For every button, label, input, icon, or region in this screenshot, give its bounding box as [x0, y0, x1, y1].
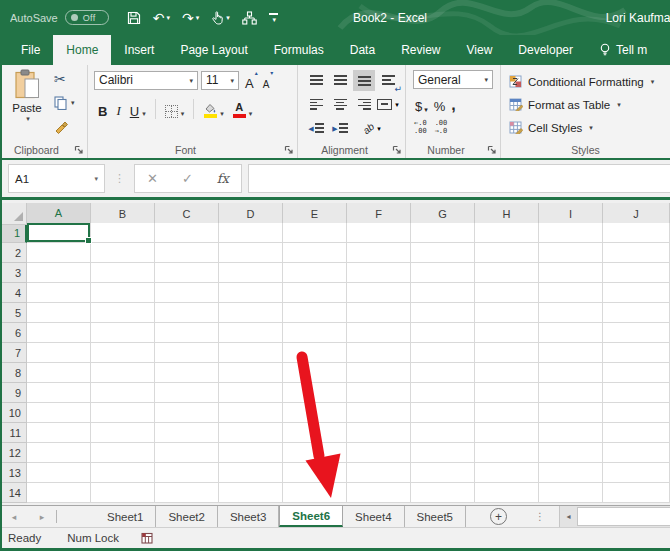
cell-styles-caret[interactable] [587, 124, 593, 131]
cell-C6[interactable] [155, 323, 219, 343]
row-header-9[interactable]: 9 [0, 383, 27, 403]
cell-G5[interactable] [411, 303, 475, 323]
cell-I12[interactable] [539, 443, 603, 463]
wrap-text-button[interactable]: ↵ [377, 70, 399, 91]
italic-button[interactable]: I [112, 98, 124, 119]
cell-J6[interactable] [603, 323, 670, 343]
cell-G3[interactable] [411, 263, 475, 283]
sheet-tab-sheet4[interactable]: Sheet4 [343, 506, 404, 527]
sheet-tab-sheet3[interactable]: Sheet3 [218, 506, 279, 527]
cell-C9[interactable] [155, 383, 219, 403]
row-header-4[interactable]: 4 [0, 283, 27, 303]
cell-D6[interactable] [219, 323, 283, 343]
cell-E13[interactable] [283, 463, 347, 483]
insert-function-button[interactable]: fx [217, 171, 229, 186]
cell-D7[interactable] [219, 343, 283, 363]
touch-mode-dropdown-caret[interactable] [224, 14, 230, 21]
cell-C3[interactable] [155, 263, 219, 283]
cell-B5[interactable] [91, 303, 155, 323]
cell-B8[interactable] [91, 363, 155, 383]
cell-H12[interactable] [475, 443, 539, 463]
save-button[interactable] [123, 6, 145, 30]
column-header-G[interactable]: G [411, 203, 475, 225]
cell-E11[interactable] [283, 423, 347, 443]
cell-I5[interactable] [539, 303, 603, 323]
row-header-12[interactable]: 12 [0, 443, 27, 463]
column-header-A[interactable]: A [27, 203, 91, 225]
cell-B13[interactable] [91, 463, 155, 483]
cell-A8[interactable] [27, 363, 91, 383]
cell-H13[interactable] [475, 463, 539, 483]
cell-I9[interactable] [539, 383, 603, 403]
previous-sheet-button[interactable] [0, 506, 28, 527]
select-all-corner[interactable] [0, 203, 27, 225]
formula-input[interactable] [248, 164, 670, 193]
font-name-caret[interactable] [187, 77, 193, 84]
cell-I10[interactable] [539, 403, 603, 423]
font-size-caret[interactable] [228, 77, 234, 84]
cell-B12[interactable] [91, 443, 155, 463]
cell-I7[interactable] [539, 343, 603, 363]
cell-J4[interactable] [603, 283, 670, 303]
enter-button[interactable]: ✓ [182, 171, 193, 186]
cell-F3[interactable] [347, 263, 411, 283]
orientation-button[interactable]: ab [361, 118, 383, 139]
decrease-decimal-button[interactable]: .00 →.0 [435, 119, 448, 136]
cell-F4[interactable] [347, 283, 411, 303]
cell-J3[interactable] [603, 263, 670, 283]
cell-H1[interactable] [475, 223, 539, 243]
cell-C12[interactable] [155, 443, 219, 463]
cell-D14[interactable] [219, 483, 283, 503]
format-as-table-caret[interactable] [615, 101, 621, 108]
row-header-11[interactable]: 11 [0, 423, 27, 443]
cell-F1[interactable] [347, 223, 411, 243]
cell-F7[interactable] [347, 343, 411, 363]
cell-G14[interactable] [411, 483, 475, 503]
horizontal-scrollbar[interactable] [559, 506, 670, 527]
cell-A13[interactable] [27, 463, 91, 483]
sheet-tab-sheet5[interactable]: Sheet5 [405, 506, 466, 527]
cell-G1[interactable] [411, 223, 475, 243]
row-header-5[interactable]: 5 [0, 303, 27, 323]
cell-B1[interactable] [91, 223, 155, 243]
cell-A9[interactable] [27, 383, 91, 403]
cell-H3[interactable] [475, 263, 539, 283]
underline-caret[interactable] [140, 110, 146, 117]
ribbon-tab-insert[interactable]: Insert [111, 35, 167, 65]
sheet-tab-sheet1[interactable]: Sheet1 [95, 506, 156, 527]
cell-E9[interactable] [283, 383, 347, 403]
cell-D8[interactable] [219, 363, 283, 383]
cell-F11[interactable] [347, 423, 411, 443]
undo-dropdown-caret[interactable] [164, 14, 170, 21]
cell-F14[interactable] [347, 483, 411, 503]
cell-F12[interactable] [347, 443, 411, 463]
column-header-B[interactable]: B [91, 203, 155, 225]
cell-B2[interactable] [91, 243, 155, 263]
cell-G11[interactable] [411, 423, 475, 443]
cell-D5[interactable] [219, 303, 283, 323]
alignment-dialog-launcher[interactable] [392, 145, 402, 155]
cell-F5[interactable] [347, 303, 411, 323]
cell-H10[interactable] [475, 403, 539, 423]
cancel-button[interactable]: ✕ [147, 171, 158, 186]
conditional-formatting-caret[interactable] [649, 78, 655, 85]
sheet-tab-sheet2[interactable]: Sheet2 [156, 506, 217, 527]
cell-J2[interactable] [603, 243, 670, 263]
row-header-14[interactable]: 14 [0, 483, 27, 503]
ribbon-tab-review[interactable]: Review [388, 35, 453, 65]
row-header-8[interactable]: 8 [0, 363, 27, 383]
borders-button[interactable] [161, 98, 189, 119]
bottom-align-button[interactable] [353, 70, 375, 91]
cell-G6[interactable] [411, 323, 475, 343]
cell-E7[interactable] [283, 343, 347, 363]
redo-dropdown-caret[interactable] [194, 14, 200, 21]
formula-bar-grip[interactable]: ⋮ [114, 172, 125, 185]
scrollbar-track[interactable] [577, 507, 670, 526]
increase-font-size-button[interactable]: A ▴ [242, 70, 257, 90]
cell-D2[interactable] [219, 243, 283, 263]
cell-H11[interactable] [475, 423, 539, 443]
row-header-1[interactable]: 1 [0, 223, 27, 243]
row-header-7[interactable]: 7 [0, 343, 27, 363]
cell-E8[interactable] [283, 363, 347, 383]
underline-button[interactable]: U [126, 98, 150, 119]
